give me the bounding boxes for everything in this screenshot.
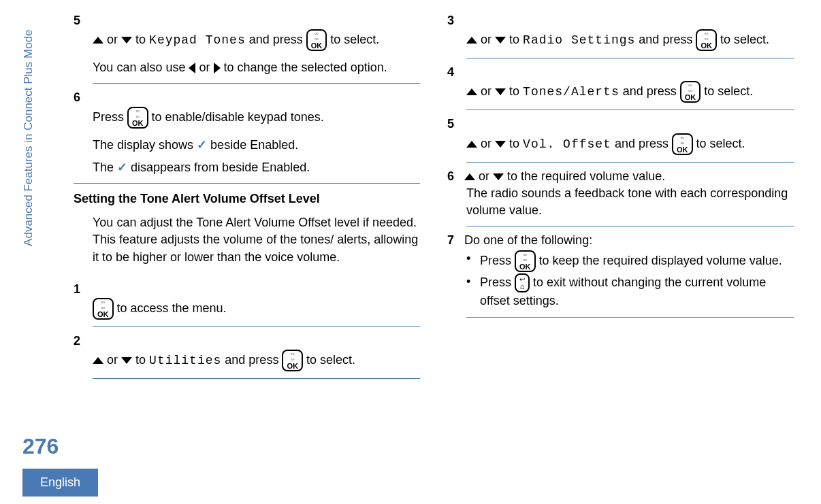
down-icon (495, 141, 506, 148)
up-icon (464, 173, 475, 180)
up-icon (466, 88, 477, 95)
step-number: 6 (447, 168, 461, 185)
ok-button-icon: ▫▫▫▫OK (282, 350, 303, 371)
text-or: or (481, 84, 492, 98)
ok-button-icon: ▫▫▫▫OK (515, 250, 536, 272)
text-or: or (481, 33, 492, 46)
bullet-dot: • (466, 273, 480, 309)
text-and-press: and press (249, 33, 303, 46)
step6d-text: The (93, 161, 114, 174)
step-body: ▫▫▫▫OK to access the menu. (74, 298, 427, 320)
step-body: or to Tones/Alerts and press ▫▫▫▫OK to s… (447, 81, 801, 103)
up-icon (466, 37, 477, 44)
step-4: 4 or to Tones/Alerts and press ▫▫▫▫OK to… (447, 58, 801, 110)
step-body: Press ▫▫▫▫OK to enable/disable keypad to… (74, 107, 427, 129)
down-icon (121, 357, 132, 364)
right-column: 3 or to Radio Settings and press ▫▫▫▫OK … (447, 0, 801, 379)
step-body: or to Vol. Offset and press ▫▫▫▫OK to se… (447, 133, 801, 155)
step-note: The ✓ disappears from beside Enabled. (74, 154, 427, 176)
language-tab: English (22, 469, 98, 497)
page-number: 276 (22, 431, 59, 462)
text-and-press: and press (615, 136, 669, 150)
up-icon (93, 37, 103, 44)
ok-button-icon: ▫▫▫▫OK (93, 298, 114, 320)
separator (466, 317, 794, 318)
step-body: or to Radio Settings and press ▫▫▫▫OK to… (447, 29, 801, 51)
step6a-text: to the required volume value. (507, 169, 665, 183)
bullet-text: Press ↩⌂ to exit without changing the cu… (480, 273, 801, 309)
text-press: Press (480, 275, 511, 289)
step6b-text: The display shows (93, 138, 193, 152)
check-icon: ✓ (197, 138, 207, 152)
text-and-press: and press (639, 33, 692, 46)
step-number: 7 (447, 232, 461, 249)
down-icon (493, 173, 504, 180)
bullet-list: • Press ▫▫▫▫OK to keep the required disp… (447, 249, 801, 309)
back-home-button-icon: ↩⌂ (515, 273, 530, 292)
text-and-press: and press (225, 353, 278, 367)
menu-keypad-tones: Keypad Tones (149, 33, 246, 47)
text-to: to (509, 84, 519, 98)
text-to-select: to select. (720, 33, 769, 46)
right-icon (214, 63, 221, 73)
step1-text: to access the menu. (117, 301, 227, 315)
step6c-text: beside Enabled. (210, 138, 298, 152)
step-note: The display shows ✓ beside Enabled. (74, 129, 427, 154)
step6b-text: The radio sounds a feedback tone with ea… (466, 186, 788, 217)
left-icon (189, 63, 195, 73)
step-5-left: 5 or to Keypad Tones and press ▫▫▫▫OK to… (74, 7, 427, 83)
text-to-select: to select. (696, 136, 745, 150)
section-heading: Setting the Tone Alert Volume Offset Lev… (74, 184, 427, 214)
step-3: 3 or to Radio Settings and press ▫▫▫▫OK … (447, 7, 801, 58)
step7a-text: Do one of the following: (464, 233, 592, 247)
ok-button-icon: ▫▫▫▫OK (696, 29, 717, 51)
text-to: to (135, 33, 146, 46)
step-number: 6 (74, 89, 87, 106)
down-icon (495, 37, 506, 44)
step-6-left: 6 Press ▫▫▫▫OK to enable/disable keypad … (74, 84, 427, 183)
step6a-text: to enable/disable keypad tones. (152, 110, 324, 123)
up-icon (93, 357, 103, 364)
step6e-text: disappears from beside Enabled. (131, 161, 310, 174)
up-icon (466, 141, 477, 148)
note-text-b: to change the selected option. (224, 61, 387, 74)
step-5-right: 5 or to Vol. Offset and press ▫▫▫▫OK to … (447, 110, 801, 161)
text-or: or (107, 353, 118, 367)
text-press: Press (480, 254, 511, 267)
step-1: 1 ▫▫▫▫OK to access the menu. (74, 275, 427, 326)
step-body: or to Utilities and press ▫▫▫▫OK to sele… (74, 350, 427, 371)
text-to: to (509, 136, 519, 150)
text-to-select: to select. (704, 84, 753, 98)
text-or: or (199, 61, 210, 74)
text-or: or (481, 136, 492, 150)
bullet-item: • Press ↩⌂ to exit without changing the … (466, 272, 801, 309)
note-text-a: You can also use (93, 61, 185, 74)
step-number: 1 (74, 281, 87, 298)
step-body: The radio sounds a feedback tone with ea… (447, 185, 801, 219)
step-number: 4 (447, 64, 461, 81)
main-content: 5 or to Keypad Tones and press ▫▫▫▫OK to… (74, 0, 801, 379)
bullet-dot: • (466, 250, 480, 272)
ok-button-icon: ▫▫▫▫OK (306, 29, 327, 51)
step-note: You can also use or to change the select… (74, 51, 427, 76)
ok-button-icon: ▫▫▫▫OK (127, 107, 148, 129)
menu-vol-offset: Vol. Offset (523, 137, 611, 150)
text-press: Press (93, 110, 124, 123)
bullet-item: • Press ▫▫▫▫OK to keep the required disp… (466, 249, 801, 272)
ok-button-icon: ▫▫▫▫OK (680, 81, 701, 103)
text-to-select: to select. (306, 353, 355, 367)
bullet-text: Press ▫▫▫▫OK to keep the required displa… (480, 250, 801, 272)
menu-radio-settings: Radio Settings (523, 33, 635, 47)
sidebar-section-title: Advanced Features in Connect Plus Mode (20, 29, 37, 246)
check-icon: ✓ (117, 161, 127, 174)
text-and-press: and press (623, 84, 677, 98)
text-to: to (135, 353, 146, 367)
step-body: or to Keypad Tones and press ▫▫▫▫OK to s… (74, 29, 427, 51)
ok-button-icon: ▫▫▫▫OK (672, 133, 693, 155)
left-column: 5 or to Keypad Tones and press ▫▫▫▫OK to… (74, 0, 427, 379)
step-number: 2 (74, 333, 87, 350)
menu-tones-alerts: Tones/Alerts (523, 85, 619, 99)
step-2: 2 or to Utilities and press ▫▫▫▫OK to se… (74, 327, 427, 378)
step-number: 3 (447, 12, 461, 29)
step-number: 5 (447, 116, 461, 133)
